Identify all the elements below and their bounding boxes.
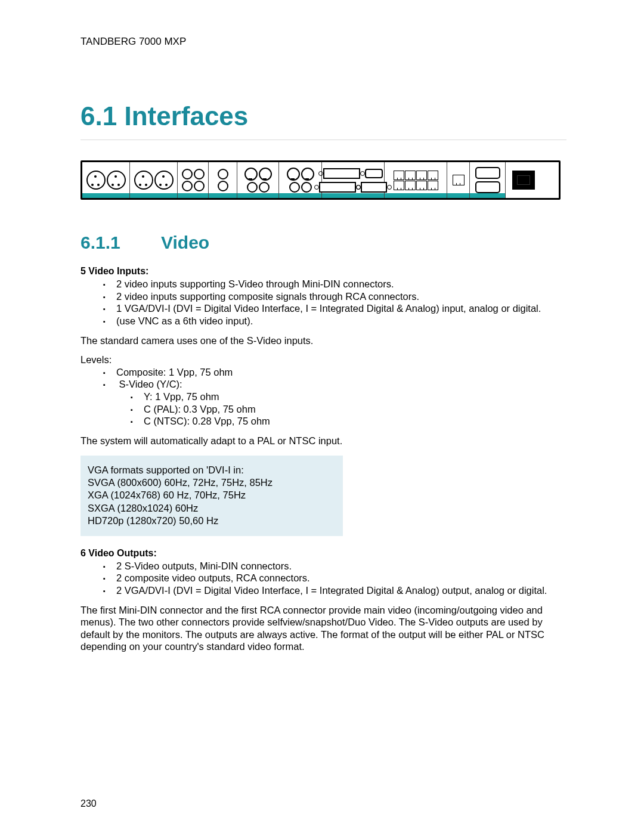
xlr-connector-icon	[107, 171, 126, 190]
list-item: 2 video inputs supporting composite sign…	[116, 290, 566, 303]
rca-connector-icon	[182, 169, 193, 179]
list-item: C (PAL): 0.3 Vpp, 75 ohm	[144, 403, 566, 416]
list-item: Composite: 1 Vpp, 75 ohm	[116, 366, 566, 379]
svideo-sublist: Y: 1 Vpp, 75 ohm C (PAL): 0.3 Vpp, 75 oh…	[116, 391, 566, 428]
serial-port-icon	[475, 181, 500, 193]
xlr-connector-icon	[86, 171, 106, 190]
list-item: 2 S-Video outputs, Mini-DIN connectors.	[116, 560, 566, 572]
serial-port-icon	[475, 167, 500, 179]
rca-connector-icon	[289, 182, 300, 193]
page-number: 230	[80, 798, 97, 809]
rca-connector-icon	[247, 182, 258, 193]
pal-ntsc-note: The system will automatically adapt to a…	[80, 435, 566, 447]
section-title: 6.1 Interfaces	[80, 101, 566, 131]
xlr-connector-icon	[134, 171, 153, 190]
note-line: HD720p (1280x720) 50,60 Hz	[88, 515, 336, 527]
list-item: 2 VGA/DVI-I (DVI = Digital Video Interfa…	[116, 584, 566, 597]
list-item-label: S-Video (Y/C):	[119, 379, 182, 389]
subsection-title: 6.1.1Video	[80, 233, 566, 253]
rear-panel-diagram	[80, 160, 561, 200]
subsection-number: 6.1.1	[80, 233, 161, 253]
note-line: SXGA (1280x1024) 60Hz	[88, 502, 336, 515]
xlr-connector-icon	[154, 171, 174, 190]
rca-connector-icon	[194, 181, 205, 191]
note-line: XGA (1024x768) 60 Hz, 70Hz, 75Hz	[88, 489, 336, 501]
mini-din-connector-icon	[244, 168, 258, 181]
note-line: SVGA (800x600) 60Hz, 72Hz, 75Hz, 85Hz	[88, 476, 336, 489]
mini-din-connector-icon	[301, 168, 314, 181]
rca-connector-icon	[182, 181, 193, 191]
levels-list: Composite: 1 Vpp, 75 ohm S-Video (Y/C): …	[80, 366, 566, 428]
list-item: 2 composite video outputs, RCA connector…	[116, 572, 566, 584]
section-name: Interfaces	[124, 101, 248, 131]
rca-connector-icon	[194, 169, 205, 179]
outputs-paragraph: The first Mini-DIN connector and the fir…	[80, 604, 566, 654]
video-inputs-list: 2 video inputs supporting S-Video throug…	[80, 278, 566, 327]
mini-din-connector-icon	[259, 168, 272, 181]
dvi-connector-icon	[319, 182, 356, 193]
vga-formats-box: VGA formats supported on 'DVI-I in: SVGA…	[80, 456, 343, 536]
list-item: 2 video inputs supporting S-Video throug…	[116, 278, 566, 290]
list-item: Y: 1 Vpp, 75 ohm	[144, 391, 566, 403]
levels-heading: Levels:	[80, 354, 566, 366]
rca-connector-icon	[259, 182, 270, 193]
section-divider	[80, 140, 566, 140]
list-item: (use VNC as a 6th video input).	[116, 315, 566, 327]
rj45-port-icon	[453, 175, 465, 185]
note-line: VGA formats supported on 'DVI-I in:	[88, 464, 336, 476]
page-header-product: TANDBERG 7000 MXP	[80, 36, 566, 48]
section-number: 6.1	[80, 101, 117, 131]
dvi-connector-icon	[361, 182, 387, 193]
rca-connector-icon	[218, 181, 228, 191]
rca-connector-icon	[301, 182, 312, 193]
video-outputs-list: 2 S-Video outputs, Mini-DIN connectors. …	[80, 560, 566, 597]
video-outputs-heading: 6 Video Outputs:	[80, 548, 566, 559]
subsection-name: Video	[161, 233, 209, 252]
list-item: 1 VGA/DVI-I (DVI = Digital Video Interfa…	[116, 302, 566, 315]
vga-connector-icon	[365, 169, 383, 178]
document-page: TANDBERG 7000 MXP 6.1 Interfaces	[0, 0, 644, 833]
list-item: C (NTSC): 0.28 Vpp, 75 ohm	[144, 415, 566, 428]
rca-connector-icon	[218, 169, 228, 179]
rj45-port-grid-icon	[394, 171, 438, 190]
list-item: S-Video (Y/C): Y: 1 Vpp, 75 ohm C (PAL):…	[116, 378, 566, 428]
video-inputs-heading: 5 Video Inputs:	[80, 266, 566, 277]
power-inlet-icon	[512, 171, 535, 190]
dvi-connector-icon	[323, 168, 360, 179]
mini-din-connector-icon	[287, 168, 300, 181]
camera-note: The standard camera uses one of the S-Vi…	[80, 335, 566, 347]
